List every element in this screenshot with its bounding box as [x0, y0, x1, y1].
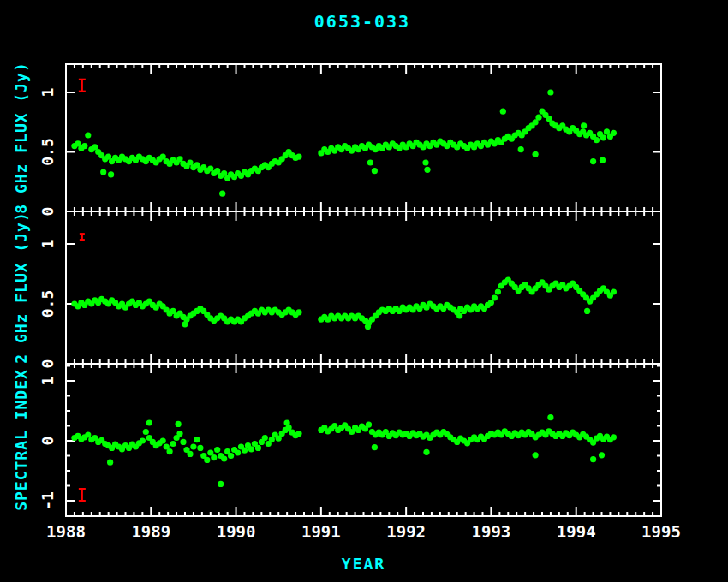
svg-text:1992: 1992	[386, 522, 426, 541]
svg-text:1993: 1993	[472, 522, 511, 541]
svg-text:0: 0	[39, 436, 57, 446]
svg-text:1988: 1988	[46, 522, 86, 541]
x-axis-label-year: YEAR	[66, 555, 661, 573]
svg-text:-1: -1	[39, 491, 57, 510]
svg-text:1991: 1991	[301, 522, 341, 541]
svg-text:1994: 1994	[557, 522, 596, 541]
svg-text:1: 1	[39, 377, 57, 386]
svg-text:1995: 1995	[641, 522, 681, 541]
svg-text:1: 1	[39, 240, 57, 249]
svg-text:1989: 1989	[131, 522, 170, 541]
svg-text:0.5: 0.5	[39, 290, 57, 318]
svg-text:0: 0	[39, 207, 57, 217]
light-curve-chart: 00.5100.51-10119881989199019911992199319…	[0, 0, 728, 582]
svg-text:0.5: 0.5	[39, 138, 57, 166]
svg-text:0: 0	[39, 359, 57, 369]
svg-text:1: 1	[39, 88, 57, 98]
svg-text:1990: 1990	[217, 522, 256, 541]
plot-page: 0653-033 8 GHz FLUX (Jy) 2 GHz FLUX (Jy)…	[0, 0, 728, 582]
